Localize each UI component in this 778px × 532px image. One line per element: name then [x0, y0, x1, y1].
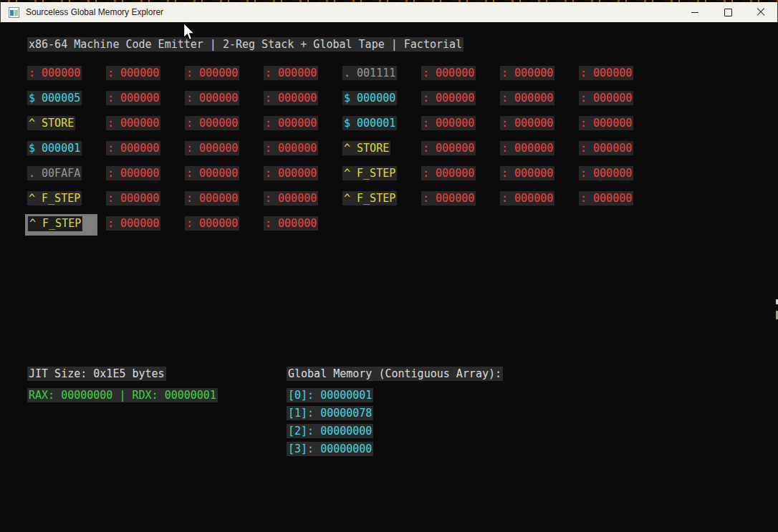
- window-title: Sourceless Global Memory Explorer: [26, 7, 163, 17]
- tape-cell[interactable]: $ 000001: [342, 116, 397, 130]
- minimize-icon: [691, 12, 698, 13]
- tape-cell[interactable]: . 001111: [342, 66, 397, 80]
- tape-cell[interactable]: : 000000: [500, 141, 554, 155]
- tape-cell[interactable]: : 000000: [185, 191, 239, 205]
- tape-cell[interactable]: : 000000: [106, 191, 160, 205]
- terminal-content: x86-64 Machine Code Emitter | 2-Reg Stac…: [0, 22, 778, 532]
- titlebar: Sourceless Global Memory Explorer: [0, 2, 778, 22]
- tape-cell[interactable]: : 000000: [579, 116, 633, 130]
- tape-cell[interactable]: : 000000: [264, 66, 318, 80]
- tape-cell[interactable]: : 000000: [185, 91, 239, 105]
- tape-cell[interactable]: : 000000: [500, 116, 554, 130]
- tape-cell[interactable]: : 000000: [264, 91, 318, 105]
- close-button[interactable]: [744, 2, 777, 22]
- tape-cell[interactable]: : 000000: [106, 91, 160, 105]
- tape-cell[interactable]: : 000000: [106, 116, 160, 130]
- tape-cell[interactable]: : 000000: [579, 191, 633, 205]
- close-icon: [757, 8, 765, 16]
- tape-cell[interactable]: ^ STORE: [342, 141, 390, 155]
- tape-cell[interactable]: ^ F_STEP: [342, 166, 397, 180]
- page-title: x86-64 Machine Code Emitter | 2-Reg Stac…: [27, 37, 464, 52]
- tape-cell[interactable]: : 000000: [106, 141, 160, 155]
- tape-cell-selected[interactable]: ^ F_STEP: [25, 214, 97, 236]
- tape-cell[interactable]: : 000000: [579, 166, 633, 180]
- tape-cell[interactable]: : 000000: [185, 166, 239, 180]
- tape-cell[interactable]: : 000000: [421, 141, 476, 155]
- tape-cell[interactable]: ^ STORE: [27, 116, 75, 130]
- tape-cell[interactable]: : 000000: [264, 166, 318, 180]
- tape-cell[interactable]: : 000000: [106, 216, 160, 231]
- tape-cell[interactable]: . 00FAFA: [27, 166, 82, 180]
- memory-entry-1: [1]: 00000078: [287, 406, 373, 420]
- memory-entry-3: [3]: 00000000: [287, 442, 373, 456]
- memory-entry-0: [0]: 00000001: [287, 388, 373, 402]
- block-cursor: [82, 216, 95, 231]
- maximize-icon: [724, 9, 732, 16]
- memory-entry-2: [2]: 00000000: [287, 424, 373, 438]
- tape-cell[interactable]: : 000000: [264, 216, 318, 231]
- tape-cell[interactable]: : 000000: [185, 141, 239, 155]
- mouse-cursor: [183, 22, 197, 43]
- tape-cell[interactable]: : 000000: [500, 191, 554, 205]
- tape-cell[interactable]: : 000000: [500, 166, 554, 180]
- minimize-button[interactable]: [678, 2, 711, 22]
- tape-cell[interactable]: : 000000: [421, 66, 476, 80]
- maximize-button[interactable]: [711, 2, 744, 22]
- global-memory-title: Global Memory (Contiguous Array):: [287, 367, 503, 381]
- app-icon-pane-right: [14, 10, 18, 16]
- app-icon-pane-left: [10, 10, 14, 16]
- tape-cell[interactable]: : 000000: [500, 91, 554, 105]
- app-icon: [9, 7, 19, 18]
- tape-cell[interactable]: : 000000: [421, 91, 476, 105]
- tape-cell[interactable]: : 000000: [579, 66, 633, 80]
- tape-cell[interactable]: : 000000: [185, 116, 239, 130]
- tape-cell[interactable]: : 000000: [421, 191, 476, 205]
- tape-cell[interactable]: : 000000: [264, 116, 318, 130]
- tape-cell[interactable]: : 000000: [106, 66, 160, 80]
- tape-cell[interactable]: : 000000: [264, 191, 318, 205]
- tape-cell[interactable]: : 000000: [185, 216, 239, 231]
- tape-cell[interactable]: : 000000: [500, 66, 554, 80]
- tape-cell[interactable]: : 000000: [579, 91, 633, 105]
- tape-cell[interactable]: : 000000: [421, 116, 476, 130]
- tape-cell[interactable]: : 000000: [185, 66, 239, 80]
- tape-cell[interactable]: $ 000001: [27, 141, 82, 155]
- tape-cell[interactable]: $ 000000: [342, 91, 397, 105]
- tape-cell[interactable]: ^ F_STEP: [342, 191, 397, 205]
- register-status: RAX: 00000000 | RDX: 00000001: [27, 388, 218, 402]
- tape-cell[interactable]: : 000000: [27, 66, 82, 80]
- window-controls: [678, 2, 777, 22]
- tape-cell[interactable]: : 000000: [106, 166, 160, 180]
- tape-cell[interactable]: : 000000: [421, 166, 476, 180]
- tape-cell[interactable]: : 000000: [264, 141, 318, 155]
- tape-cell[interactable]: $ 000005: [27, 91, 82, 105]
- tape-cell-text: ^ F_STEP: [28, 216, 82, 231]
- tape-cell[interactable]: ^ F_STEP: [27, 191, 82, 205]
- tape-cell[interactable]: : 000000: [579, 141, 633, 155]
- jit-size-status: JIT Size: 0x1E5 bytes: [27, 367, 166, 381]
